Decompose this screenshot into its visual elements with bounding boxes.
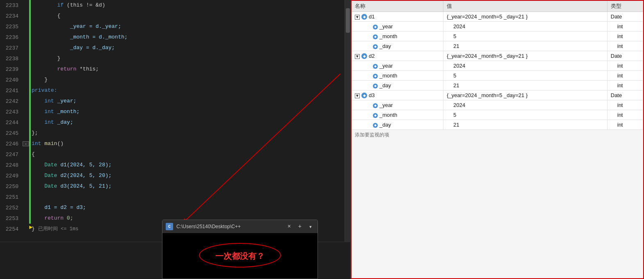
child-var-icon: ◆ [373, 44, 378, 49]
terminal-title: C:\Users\25140\Desktop\C++ [176, 224, 282, 229]
line-number: 2252 [0, 205, 23, 211]
line-number: 2247 [0, 152, 23, 158]
watch-child-value: 2024 [443, 61, 607, 71]
watch-child-type: int [607, 120, 643, 130]
watch-var-type: Date [607, 91, 643, 100]
line-code-content: private: [31, 85, 350, 96]
terminal-body: 一次都没有？ [162, 233, 317, 279]
watch-child-row: ◆_year2024int [352, 22, 643, 32]
line-code-content: int _year; [31, 96, 350, 107]
line-code-content: Date d1(2024, 5, 28); [31, 160, 350, 170]
line-code-content: _day = d._day; [31, 43, 350, 53]
line-number: 2249 [0, 173, 23, 179]
watch-child-value: 21 [443, 120, 607, 130]
terminal-output-message: 一次都没有？ [215, 250, 265, 261]
watch-child-name: ◆_year [352, 22, 443, 32]
code-line: 2247{ [0, 149, 350, 160]
code-line: 2239 return *this; [0, 64, 350, 75]
add-watch-row[interactable]: 添加要监视的项 [352, 130, 643, 140]
line-code-content: { [31, 11, 350, 21]
line-code-content: return *this; [31, 64, 350, 75]
line-number: 2244 [0, 120, 23, 126]
var-icon: ◆ [361, 93, 367, 98]
var-icon: ◆ [361, 14, 367, 20]
terminal-popup: C C:\Users\25140\Desktop\C++ × + ▾ 一次都没有… [162, 220, 318, 279]
col-type: 类型 [607, 1, 643, 12]
child-var-icon: ◆ [373, 123, 378, 128]
watch-child-row: ◆_day21int [352, 81, 643, 91]
watch-child-value: 21 [443, 81, 607, 91]
line-bar [29, 192, 31, 202]
code-line: 2243 int _month; [0, 107, 350, 117]
line-code-content: if (this != &d) [31, 0, 350, 11]
watch-child-row: ◆_day21int [352, 120, 643, 130]
line-number: 2254 [0, 226, 23, 232]
watch-child-row: ◆_day21int [352, 41, 643, 51]
line-code-content: Date d3(2024, 5, 21); [31, 181, 350, 192]
watch-child-value: 2024 [443, 100, 607, 110]
line-code-content: int main() [31, 138, 350, 149]
code-line: 2237 _day = d._day; [0, 43, 350, 53]
watch-child-type: int [607, 61, 643, 71]
expand-icon[interactable]: ▼ [355, 93, 360, 98]
watch-child-type: int [607, 41, 643, 51]
line-number: 2250 [0, 184, 23, 190]
terminal-add-button[interactable]: + [296, 223, 304, 230]
child-var-icon: ◆ [373, 64, 378, 69]
watch-table-header: 名称 值 类型 [352, 1, 643, 12]
code-line: 2244 int _day; [0, 117, 350, 128]
watch-group-row[interactable]: ▼◆d2{_year=2024 _month=5 _day=21 }Date [352, 51, 643, 61]
watch-group-row[interactable]: ▼◆d1{_year=2024 _month=5 _day=21 }Date [352, 12, 643, 22]
terminal-app-icon: C [166, 223, 173, 230]
scrollbar-thumb[interactable] [346, 8, 350, 33]
col-value: 值 [443, 1, 607, 12]
collapse-indicator[interactable]: - [23, 141, 29, 146]
line-number: 2240 [0, 77, 23, 83]
watch-child-name: ◆_day [352, 120, 443, 130]
expand-icon[interactable]: ▼ [355, 15, 360, 20]
line-code-content: } [31, 53, 350, 64]
terminal-close-button[interactable]: × [285, 223, 293, 230]
watch-child-value: 21 [443, 41, 607, 51]
watch-child-name: ◆_month [352, 71, 443, 81]
line-number: 2237 [0, 45, 23, 51]
watch-child-type: int [607, 81, 643, 91]
terminal-dropdown-button[interactable]: ▾ [307, 223, 314, 230]
line-number: 2246 [0, 141, 23, 147]
line-number: 2242 [0, 98, 23, 104]
watch-child-name: ◆_day [352, 81, 443, 91]
child-var-icon: ◆ [373, 74, 378, 79]
code-line: 2233 if (this != &d) [0, 0, 350, 11]
line-code-content: { [31, 149, 350, 160]
code-line: 2249 Date d2(2024, 5, 20); [0, 170, 350, 181]
watch-child-type: int [607, 71, 643, 81]
child-var-icon: ◆ [373, 113, 378, 118]
execution-time: 已用时间 <= 1ms [38, 226, 78, 232]
code-line: 2241private: [0, 85, 350, 96]
watch-group-row[interactable]: ▼◆d3{_year=2024 _month=5 _day=21 }Date [352, 91, 643, 100]
code-line: 2250 Date d3(2024, 5, 21); [0, 181, 350, 192]
watch-child-value: 5 [443, 71, 607, 81]
watch-child-value: 5 [443, 110, 607, 120]
code-line: 2234 { [0, 11, 350, 21]
watch-child-type: int [607, 32, 643, 41]
watch-var-value: {_year=2024 _month=5 _day=21 } [443, 51, 607, 61]
line-code-content: int _month; [31, 107, 350, 117]
code-line: 2236 _month = d._month; [0, 32, 350, 43]
watch-child-row: ◆_month5int [352, 71, 643, 81]
watch-child-value: 5 [443, 32, 607, 41]
code-line: 2240 } [0, 75, 350, 85]
line-code-content: Date d2(2024, 5, 20); [31, 170, 350, 181]
line-code-content: _year = d._year; [31, 21, 350, 32]
watch-var-value: {_year=2024 _month=5 _day=21 } [443, 12, 607, 22]
watch-table: 名称 值 类型 ▼◆d1{_year=2024 _month=5 _day=21… [352, 1, 643, 130]
line-code-content: } [31, 75, 350, 85]
code-area[interactable]: 2233 if (this != &d)2234 {2235 _year = d… [0, 0, 350, 242]
line-code-content: }; [31, 128, 350, 138]
line-code-content: int _day; [31, 117, 350, 128]
code-scrollbar[interactable] [345, 0, 350, 242]
line-code-content: d1 = d2 = d3; [31, 202, 350, 213]
watch-child-name: ◆_year [352, 100, 443, 110]
watch-child-type: int [607, 22, 643, 32]
expand-icon[interactable]: ▼ [355, 54, 360, 59]
